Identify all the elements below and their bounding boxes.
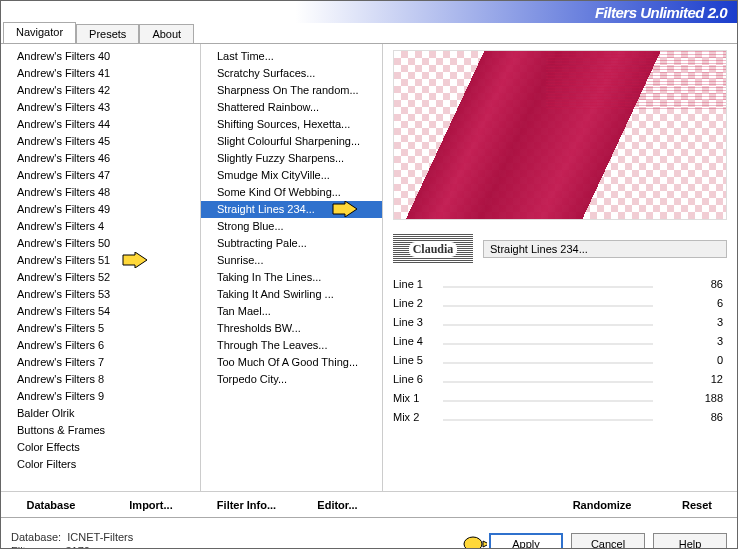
randomize-button[interactable]: Randomize (547, 499, 657, 511)
category-item[interactable]: Color Effects (1, 439, 200, 456)
param-row[interactable]: Line 43 (393, 331, 723, 350)
param-value: 188 (683, 392, 723, 404)
param-value: 86 (683, 411, 723, 423)
category-item[interactable]: Andrew's Filters 6 (1, 337, 200, 354)
category-item[interactable]: Andrew's Filters 48 (1, 184, 200, 201)
editor-button[interactable]: Editor... (292, 499, 383, 511)
filter-item[interactable]: Subtracting Pale... (201, 235, 382, 252)
tab-presets[interactable]: Presets (76, 24, 139, 43)
filter-item[interactable]: Last Time... (201, 48, 382, 65)
param-row[interactable]: Line 612 (393, 369, 723, 388)
param-slider[interactable] (443, 419, 653, 421)
param-row[interactable]: Line 33 (393, 312, 723, 331)
cancel-button[interactable]: Cancel (571, 533, 645, 550)
filter-item[interactable]: Strong Blue... (201, 218, 382, 235)
preview-image (393, 50, 727, 220)
param-slider[interactable] (443, 343, 653, 345)
filter-lines (546, 51, 726, 111)
category-item[interactable]: Andrew's Filters 7 (1, 354, 200, 371)
title-bar: Filters Unlimited 2.0 (1, 1, 737, 23)
db-value: ICNET-Filters (67, 531, 133, 543)
param-slider[interactable] (443, 381, 653, 383)
import-button[interactable]: Import... (101, 499, 201, 511)
category-item[interactable]: Andrew's Filters 8 (1, 371, 200, 388)
filter-item[interactable]: Through The Leaves... (201, 337, 382, 354)
tab-about[interactable]: About (139, 24, 194, 43)
footer-buttons: Apply Cancel Help (461, 533, 727, 550)
filter-item[interactable]: Sharpness On The random... (201, 82, 382, 99)
filter-info-button[interactable]: Filter Info... (201, 499, 292, 511)
preview-panel: Claudia Straight Lines 234... Line 186Li… (383, 44, 737, 491)
tab-strip: NavigatorPresetsAbout (1, 22, 737, 44)
filter-item[interactable]: Smudge Mix CityVille... (201, 167, 382, 184)
pointer-arrow-icon (331, 201, 359, 218)
category-item[interactable]: Buttons & Frames (1, 422, 200, 439)
param-slider[interactable] (443, 286, 653, 288)
filter-item[interactable]: Taking It And Swirling ... (201, 286, 382, 303)
filters-label: Filters: (11, 545, 44, 550)
param-slider[interactable] (443, 362, 653, 364)
watermark-text: Claudia (409, 242, 458, 257)
filters-count: 3170 (65, 545, 89, 550)
category-item[interactable]: Andrew's Filters 41 (1, 65, 200, 82)
filter-item[interactable]: Sunrise... (201, 252, 382, 269)
param-value: 6 (683, 297, 723, 309)
filter-item[interactable]: Straight Lines 234... (201, 201, 382, 218)
category-item[interactable]: Andrew's Filters 45 (1, 133, 200, 150)
category-item[interactable]: Andrew's Filters 44 (1, 116, 200, 133)
category-item[interactable]: Color Filters (1, 456, 200, 473)
filter-title-row: Claudia Straight Lines 234... (393, 234, 727, 264)
param-row[interactable]: Mix 1188 (393, 388, 723, 407)
filter-item[interactable]: Scratchy Surfaces... (201, 65, 382, 82)
category-item[interactable]: Andrew's Filters 43 (1, 99, 200, 116)
category-item[interactable]: Andrew's Filters 53 (1, 286, 200, 303)
work-area: Andrew's Filters 40Andrew's Filters 41An… (1, 44, 737, 491)
category-item[interactable]: Andrew's Filters 49 (1, 201, 200, 218)
category-item[interactable]: Andrew's Filters 4 (1, 218, 200, 235)
param-value: 12 (683, 373, 723, 385)
param-slider[interactable] (443, 305, 653, 307)
filter-item[interactable]: Slight Colourful Sharpening... (201, 133, 382, 150)
category-item[interactable]: Andrew's Filters 40 (1, 48, 200, 65)
help-button[interactable]: Help (653, 533, 727, 550)
category-item[interactable]: Andrew's Filters 50 (1, 235, 200, 252)
param-value: 3 (683, 335, 723, 347)
param-row[interactable]: Line 26 (393, 293, 723, 312)
filter-item[interactable]: Shifting Sources, Hexetta... (201, 116, 382, 133)
category-item[interactable]: Andrew's Filters 9 (1, 388, 200, 405)
category-item[interactable]: Andrew's Filters 52 (1, 269, 200, 286)
filter-item[interactable]: Thresholds BW... (201, 320, 382, 337)
watermark-stamp: Claudia (393, 234, 473, 264)
filter-list[interactable]: Last Time...Scratchy Surfaces...Sharpnes… (201, 44, 383, 491)
category-list[interactable]: Andrew's Filters 40Andrew's Filters 41An… (1, 44, 201, 491)
filter-item[interactable]: Some Kind Of Webbing... (201, 184, 382, 201)
category-item[interactable]: Andrew's Filters 54 (1, 303, 200, 320)
param-slider[interactable] (443, 400, 653, 402)
app-title: Filters Unlimited 2.0 (595, 4, 727, 21)
footer: Database: ICNET-Filters Filters: 3170 Ap… (1, 517, 737, 549)
param-row[interactable]: Mix 286 (393, 407, 723, 426)
category-item[interactable]: Andrew's Filters 46 (1, 150, 200, 167)
param-row[interactable]: Line 50 (393, 350, 723, 369)
filter-item[interactable]: Taking In The Lines... (201, 269, 382, 286)
reset-button[interactable]: Reset (657, 499, 737, 511)
filter-item[interactable]: Too Much Of A Good Thing... (201, 354, 382, 371)
apply-button[interactable]: Apply (489, 533, 563, 550)
category-item[interactable]: Andrew's Filters 47 (1, 167, 200, 184)
selected-filter-name: Straight Lines 234... (483, 240, 727, 258)
category-item[interactable]: Andrew's Filters 5 (1, 320, 200, 337)
filter-item[interactable]: Tan Mael... (201, 303, 382, 320)
svg-point-0 (464, 537, 482, 550)
db-label: Database: (11, 531, 61, 543)
filter-item[interactable]: Slightly Fuzzy Sharpens... (201, 150, 382, 167)
filter-item[interactable]: Torpedo City... (201, 371, 382, 388)
filter-item[interactable]: Shattered Rainbow... (201, 99, 382, 116)
category-item[interactable]: Balder Olrik (1, 405, 200, 422)
param-slider[interactable] (443, 324, 653, 326)
param-row[interactable]: Line 186 (393, 274, 723, 293)
category-item[interactable]: Andrew's Filters 42 (1, 82, 200, 99)
database-button[interactable]: Database (1, 499, 101, 511)
tab-navigator[interactable]: Navigator (3, 22, 76, 43)
category-item[interactable]: Andrew's Filters 51 (1, 252, 200, 269)
parameter-list: Line 186Line 26Line 33Line 43Line 50Line… (393, 274, 727, 426)
